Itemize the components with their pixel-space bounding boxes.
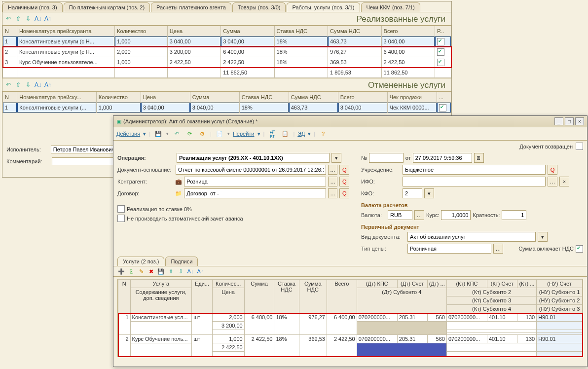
minimize-button[interactable]: _ bbox=[554, 117, 563, 125]
pricetype-field[interactable] bbox=[407, 244, 491, 254]
select-button[interactable]: … bbox=[493, 244, 503, 254]
col-total[interactable]: Всего bbox=[381, 26, 435, 37]
operation-field[interactable] bbox=[177, 153, 330, 163]
tab-agent[interactable]: Расчеты платежного агента bbox=[151, 2, 231, 12]
contract-field[interactable] bbox=[184, 188, 326, 198]
col-kt3[interactable]: (Кт) ... bbox=[517, 280, 536, 288]
arrow-up-icon[interactable]: ⇧ bbox=[167, 267, 175, 275]
cancelled-grid[interactable]: N Номенклатура прейску... Количество Цен… bbox=[2, 92, 451, 113]
sort-asc-icon[interactable]: A↓ bbox=[34, 15, 42, 23]
col-price[interactable]: Цена bbox=[167, 26, 220, 37]
sort-desc-icon[interactable]: A↑ bbox=[44, 15, 52, 23]
col-price[interactable]: Цена bbox=[212, 288, 244, 313]
checkbox[interactable] bbox=[435, 37, 451, 47]
tab-cash[interactable]: Наличными (поз. 3) bbox=[2, 2, 63, 12]
actions-menu[interactable]: Действия bbox=[116, 131, 140, 137]
col-n[interactable]: N bbox=[3, 26, 17, 37]
refresh-icon[interactable]: ⟳ bbox=[184, 129, 194, 139]
tab-cards[interactable]: По платежным картам (поз. 2) bbox=[64, 2, 150, 12]
col-total[interactable]: Всего bbox=[327, 280, 357, 313]
copy-icon[interactable]: ⎘ bbox=[127, 267, 135, 275]
open-button[interactable]: Q bbox=[339, 165, 349, 175]
clear-button[interactable]: × bbox=[559, 177, 569, 186]
col-qty[interactable]: Количество bbox=[115, 26, 168, 37]
undo-icon[interactable]: ↶ bbox=[172, 129, 182, 139]
select-button[interactable]: … bbox=[328, 177, 338, 186]
col-nusch[interactable]: (НУ) Счет bbox=[537, 280, 583, 288]
arrow-down-icon[interactable]: ⇩ bbox=[24, 81, 32, 89]
col-nu-sub3[interactable]: (НУ) Субконто 3 bbox=[537, 305, 583, 313]
config-icon[interactable]: ⚙ bbox=[197, 129, 207, 139]
col-nom[interactable]: Номенклатура прейскуранта bbox=[17, 26, 114, 37]
open-button[interactable]: Q bbox=[548, 165, 557, 175]
table-row[interactable]: 1 Консалтинговые усл... шт 2,000 6 400,0… bbox=[118, 313, 583, 322]
col-nu-sub2[interactable]: (НУ) Субконто 2 bbox=[537, 296, 583, 305]
table-row[interactable]: 1 Консалтинговые услуги (с Н... 1,000 3 … bbox=[3, 37, 451, 47]
col-dtsch[interactable]: (Дт) Счет bbox=[397, 280, 427, 288]
no-auto-checkbox[interactable] bbox=[117, 215, 125, 222]
open-button[interactable]: Q bbox=[339, 188, 349, 198]
col-nom[interactable]: Номенклатура прейску... bbox=[17, 92, 97, 103]
arrow-up-left-icon[interactable]: ↶ bbox=[4, 15, 12, 23]
cell-selected[interactable] bbox=[357, 343, 446, 357]
sort-desc-icon[interactable]: A↑ bbox=[196, 267, 204, 275]
services-grid[interactable]: N Услуга Еди... Количес... Сумма Ставка … bbox=[117, 279, 583, 357]
contragent-field[interactable] bbox=[184, 177, 326, 186]
ifo-field[interactable] bbox=[403, 177, 546, 186]
select-button[interactable]: … bbox=[328, 165, 338, 175]
col-vatsum[interactable]: Сумма НДС bbox=[289, 92, 338, 103]
dropdown-button[interactable]: ▾ bbox=[538, 232, 548, 242]
help-icon[interactable]: ? bbox=[318, 129, 328, 139]
col-check[interactable]: Чек продажи bbox=[387, 92, 437, 103]
tab-services[interactable]: Работы, услуги (поз. 3/1) bbox=[287, 2, 360, 12]
table-row[interactable]: 2 Консалтинговые услуги (с Н... 2,000 3 … bbox=[3, 47, 451, 57]
col-kt-sub3[interactable]: (Кт) Субконто 3 bbox=[446, 296, 536, 305]
table-row[interactable]: 3 Курс Обучение пользователе... 1,000 2 … bbox=[3, 57, 451, 68]
col-dtkps[interactable]: (Дт) КПС bbox=[357, 280, 397, 288]
col-dots[interactable]: ... bbox=[437, 92, 451, 103]
checkbox[interactable] bbox=[435, 57, 451, 68]
arrow-up-icon[interactable]: ⇧ bbox=[14, 81, 22, 89]
doctype-field[interactable] bbox=[407, 232, 536, 242]
save-icon[interactable]: 💾 bbox=[153, 129, 163, 139]
docbase-field[interactable] bbox=[176, 165, 326, 175]
arrow-up-icon[interactable]: ⇧ bbox=[14, 15, 22, 23]
arrow-down-icon[interactable]: ⇩ bbox=[177, 267, 184, 275]
calendar-button[interactable]: 🗓 bbox=[474, 153, 484, 163]
col-sum[interactable]: Сумма bbox=[221, 26, 274, 37]
doc-returned-checkbox[interactable] bbox=[576, 143, 583, 150]
col-kt-sub2[interactable]: (Кт) Субконто 2 bbox=[446, 288, 536, 296]
col-sum[interactable]: Сумма bbox=[190, 92, 239, 103]
tab-signatures[interactable]: Подписи bbox=[165, 257, 198, 266]
num-field[interactable] bbox=[369, 153, 404, 163]
sort-desc-icon[interactable]: A↑ bbox=[44, 81, 52, 89]
sort-asc-icon[interactable]: A↓ bbox=[34, 81, 42, 89]
col-kt-sub4[interactable]: (Кт) Субконто 4 bbox=[446, 305, 536, 313]
tab-goods[interactable]: Товары (поз. 3/0) bbox=[232, 2, 286, 12]
sort-asc-icon[interactable]: A↓ bbox=[186, 267, 194, 275]
col-dt3[interactable]: (Дт) ... bbox=[427, 280, 446, 288]
titlebar[interactable]: ▣ (Администратор): Акт об оказании услуг… bbox=[113, 116, 587, 127]
table-row[interactable]: 1 Консалтинговые услуги (... 1,000 3 040… bbox=[3, 103, 451, 113]
col-ktsch[interactable]: (Кт) Счет bbox=[487, 280, 517, 288]
checkbox[interactable] bbox=[435, 47, 451, 57]
zero-rate-checkbox[interactable] bbox=[117, 205, 125, 213]
currency-field[interactable] bbox=[388, 210, 412, 220]
document-icon[interactable]: 📄 bbox=[215, 129, 224, 139]
col-unit[interactable]: Еди... bbox=[192, 280, 213, 313]
rate-field[interactable] bbox=[441, 210, 471, 220]
open-button[interactable]: Q bbox=[339, 177, 349, 186]
col-vat[interactable]: Ставка НДС bbox=[274, 280, 299, 313]
col-r[interactable]: Р... bbox=[435, 26, 451, 37]
col-qty[interactable]: Количес... bbox=[212, 280, 244, 288]
dtkt-icon[interactable]: ДтКт bbox=[267, 129, 277, 139]
report-icon[interactable]: 📋 bbox=[280, 129, 290, 139]
institution-field[interactable] bbox=[403, 165, 546, 175]
select-button[interactable]: … bbox=[548, 177, 557, 186]
col-vatsum[interactable]: Сумма НДС bbox=[299, 280, 327, 313]
col-vat[interactable]: Ставка НДС bbox=[274, 26, 328, 37]
col-qty[interactable]: Количество bbox=[96, 92, 141, 103]
col-n[interactable]: N bbox=[3, 92, 17, 103]
col-svc[interactable]: Услуга bbox=[130, 280, 192, 288]
delete-icon[interactable]: ✖ bbox=[147, 267, 155, 275]
